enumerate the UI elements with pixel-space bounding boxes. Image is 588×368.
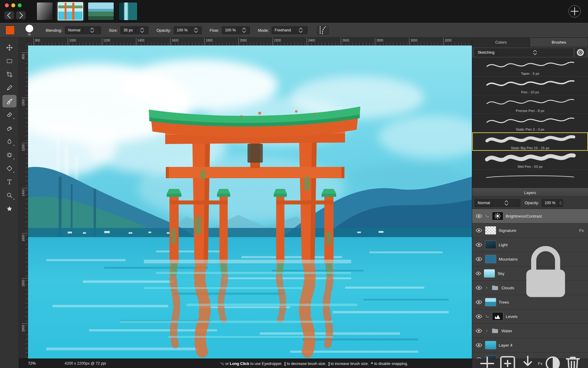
blending-select[interactable]: Normal — [65, 26, 101, 34]
back-button[interactable] — [4, 11, 14, 20]
layer-effects-button[interactable]: Fx — [538, 361, 543, 366]
layer-thumbnail[interactable] — [485, 255, 496, 263]
erase-brush-tool[interactable] — [2, 108, 16, 121]
tab-colors[interactable]: Colors — [472, 38, 530, 47]
layer-visibility-toggle[interactable] — [475, 241, 483, 248]
stepper-icon[interactable] — [136, 27, 148, 34]
delete-layer-button[interactable] — [563, 353, 583, 368]
fullscreen-window-button[interactable] — [18, 3, 22, 7]
document-info: 4200 x 2200px @ 72 ppi — [65, 361, 156, 366]
layer-visibility-toggle[interactable] — [475, 284, 483, 291]
layer-visibility-toggle[interactable] — [475, 341, 483, 349]
background-erase-tool[interactable] — [2, 122, 16, 134]
layer-visibility-toggle[interactable] — [475, 255, 483, 263]
forward-button[interactable] — [16, 11, 26, 20]
layer-visibility-toggle[interactable] — [475, 270, 481, 276]
brush-static-big-pen-15-15-px[interactable]: Static Big Pen 15 - 15 px — [472, 132, 588, 151]
dodge-burn-tool[interactable] — [2, 149, 16, 161]
stepper-icon[interactable] — [497, 49, 572, 56]
layer-name: Sky — [497, 271, 504, 276]
paint-brush-tool[interactable] — [2, 95, 16, 107]
document-thumbnail-grayscale-photo[interactable] — [37, 2, 53, 20]
brush-tip-preview — [26, 25, 33, 32]
stepper-icon[interactable] — [493, 199, 520, 207]
ruler-horizontal[interactable]: 8001000120014001600180020002200240026002… — [28, 38, 472, 45]
move-tool[interactable] — [2, 41, 16, 54]
minimize-window-button[interactable] — [11, 3, 15, 7]
layer-fx-badge[interactable]: Fx — [579, 228, 585, 233]
layer-visibility-toggle[interactable] — [475, 227, 483, 234]
layer-thumbnail[interactable] — [485, 240, 496, 249]
lock-icon[interactable] — [507, 234, 585, 313]
document-thumbnail-coast-landscape[interactable] — [88, 2, 114, 20]
brush-settings-button[interactable] — [575, 49, 586, 56]
text-tool[interactable] — [2, 175, 16, 188]
brush-taper-5-px[interactable]: Taper - 5 px — [472, 58, 588, 77]
layer-thumbnail[interactable] — [485, 298, 496, 306]
layer-row-sky[interactable]: Sky — [472, 266, 588, 281]
move-icon — [6, 44, 13, 51]
mode-label: Mode: — [258, 28, 269, 33]
stepper-icon[interactable] — [238, 27, 250, 34]
layer-visibility-toggle[interactable] — [475, 313, 483, 320]
layer-thumbnail[interactable] — [484, 269, 495, 278]
layer-row-layer-4[interactable]: Layer 4 — [472, 338, 588, 352]
stepper-icon[interactable] — [558, 199, 563, 207]
close-window-button[interactable] — [5, 3, 9, 7]
layer-thumbnail[interactable] — [492, 212, 503, 220]
adjustment-icon — [543, 353, 563, 368]
layer-thumbnail[interactable] — [485, 226, 496, 235]
layer-name: Signature — [499, 228, 516, 233]
ruler-v-label: 1400 — [19, 188, 28, 196]
favorites-tool[interactable] — [2, 202, 16, 215]
crop-tool[interactable] — [2, 68, 16, 81]
stepper-icon[interactable] — [83, 27, 101, 34]
brush-precise-pen-8-px[interactable]: Precise Pen - 8 px — [472, 95, 588, 114]
adjustment-button[interactable] — [543, 353, 563, 368]
brush-category-select[interactable]: Sketching — [475, 49, 573, 56]
layer-visibility-toggle[interactable] — [475, 212, 483, 220]
add-group-button[interactable] — [497, 353, 518, 368]
zoom-tool[interactable] — [2, 189, 16, 201]
flow-input[interactable]: 100 % — [222, 26, 250, 34]
smudge-tool[interactable] — [2, 135, 16, 148]
text-icon — [6, 179, 13, 185]
tab-brushes[interactable]: Brushes — [530, 38, 588, 47]
layer-visibility-toggle[interactable] — [475, 327, 483, 334]
ruler-v-label: 1200 — [19, 143, 28, 151]
mode-select[interactable]: Freehand — [272, 26, 308, 34]
expand-chevron-icon[interactable] — [485, 286, 489, 290]
stepper-icon[interactable] — [294, 27, 307, 34]
pen-icon — [6, 85, 13, 91]
layer-opacity-input[interactable]: 100 % — [542, 199, 563, 207]
canvas[interactable] — [28, 45, 472, 359]
titlebar[interactable] — [0, 0, 588, 23]
expand-chevron-icon[interactable] — [485, 329, 489, 333]
layer-row-brightness-contrast[interactable]: Brightness/Contrast — [472, 209, 588, 223]
layer-blend-mode-select[interactable]: Normal — [475, 199, 520, 207]
brush-wet-pen-50-px[interactable]: Wet Pen - 50 px — [472, 151, 588, 170]
layer-thumbnail[interactable] — [485, 341, 496, 349]
brush-stabilizer-button[interactable] — [317, 26, 329, 34]
document-thumbnail-waterfall[interactable] — [119, 2, 137, 20]
new-document-button[interactable] — [568, 5, 581, 17]
brush-pen-10-px[interactable]: Pen - 10 px — [472, 77, 588, 95]
brush-static-pen-3-3-px[interactable]: Static Pen 3 - 3 px — [472, 114, 588, 132]
ruler-vertical[interactable]: 800100012001400160018002000 — [19, 45, 28, 359]
layer-row-water[interactable]: Water — [472, 324, 588, 338]
export-layer-button[interactable] — [518, 353, 538, 368]
zoom-level: 72% — [28, 361, 65, 366]
stepper-icon[interactable] — [190, 27, 201, 34]
opacity-input[interactable]: 100 % — [174, 26, 202, 34]
document-thumbnail-torii-painting[interactable] — [58, 2, 83, 20]
brush-partial[interactable] — [472, 170, 588, 188]
marquee-select-tool[interactable] — [2, 55, 16, 67]
layer-thumbnail[interactable] — [492, 312, 503, 321]
studio-panel: Colors Brushes Sketching Taper - 5 pxPen… — [472, 38, 588, 368]
brush-size-input[interactable]: 35 px — [120, 26, 148, 34]
active-color-swatch[interactable] — [5, 26, 15, 35]
add-layer-button[interactable] — [477, 353, 497, 368]
layer-visibility-toggle[interactable] — [475, 298, 483, 306]
shape-tool[interactable] — [2, 162, 16, 175]
selection-pen-tool[interactable] — [2, 81, 16, 94]
